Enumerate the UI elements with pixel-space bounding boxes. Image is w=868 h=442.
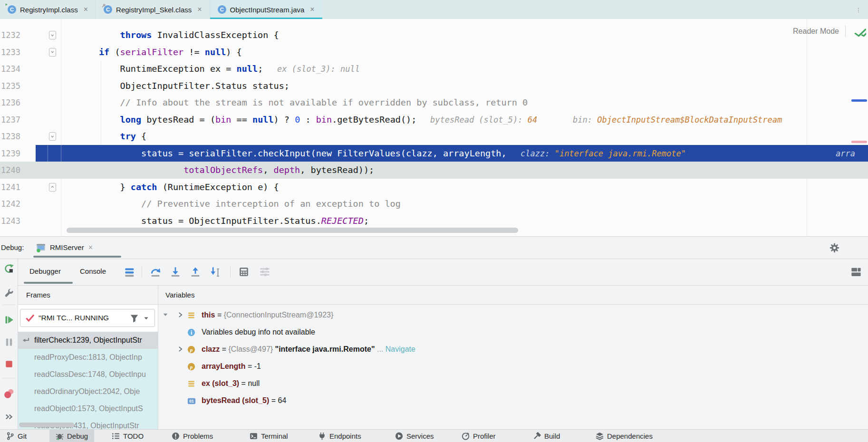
line-number[interactable]: 1236 — [1, 94, 20, 111]
stack-frame-row[interactable]: filterCheck:1239, ObjectInputStr — [18, 332, 158, 349]
endpoints-icon — [318, 432, 326, 440]
horizontal-scrollbar[interactable] — [67, 228, 518, 233]
frames-scrollbar[interactable] — [19, 423, 74, 427]
variable-text: clazz = {Class@497} "interface java.rmi.… — [202, 341, 415, 358]
view-options-icon[interactable] — [260, 267, 270, 277]
frame-label: readProxyDesc:1813, ObjectInp — [34, 353, 142, 361]
line-number[interactable]: 1237 — [1, 111, 20, 128]
fold-down-icon[interactable] — [49, 31, 56, 39]
close-icon[interactable]: × — [88, 243, 93, 252]
class-file-icon: C — [104, 5, 112, 14]
tool-window-button-services[interactable]: Services — [389, 430, 440, 442]
tool-window-label: Problems — [183, 432, 213, 440]
settings-gear-icon[interactable] — [829, 243, 839, 253]
line-number[interactable]: 1240 — [1, 162, 20, 179]
tool-window-label: Build — [544, 432, 560, 440]
tab-debugger[interactable]: Debugger — [29, 259, 61, 284]
filter-funnel-icon[interactable] — [130, 314, 139, 323]
variables-info-row[interactable]: iVariables debug info not available — [158, 324, 868, 341]
kebab-menu-icon[interactable] — [858, 4, 861, 15]
more-chevron-icon[interactable] — [4, 412, 14, 422]
tool-window-button-problems[interactable]: Problems — [165, 430, 219, 442]
step-out-icon[interactable] — [190, 267, 201, 277]
step-over-icon[interactable] — [150, 267, 161, 277]
view-breakpoints-icon[interactable] — [4, 388, 14, 399]
inspections-ok-icon[interactable] — [852, 26, 866, 37]
close-icon[interactable]: × — [197, 5, 202, 14]
tool-window-button-build[interactable]: Build — [527, 430, 566, 442]
tool-window-button-endpoints[interactable]: Endpoints — [312, 430, 367, 442]
code-line-1238[interactable]: 1238 try { — [0, 128, 868, 145]
line-number[interactable]: 1233 — [1, 44, 20, 61]
code-line-1239[interactable]: 1239 status = serialFilter.checkInput(ne… — [0, 145, 868, 162]
svg-text:p: p — [190, 347, 193, 353]
settings-wrench-icon[interactable] — [4, 288, 14, 298]
line-number[interactable]: 1238 — [1, 128, 20, 145]
tool-window-button-debug[interactable]: Debug — [49, 430, 94, 442]
code-text: // Preventive interception of an excepti… — [62, 195, 401, 212]
rerun-icon[interactable] — [4, 264, 14, 274]
line-number[interactable]: 1242 — [1, 195, 20, 212]
variable-text: Variables debug info not available — [202, 324, 315, 341]
variable-row[interactable]: this = {ConnectionInputStream@1923} — [158, 307, 868, 324]
editor-tab-registryimpl-skel-class[interactable]: CRegistryImpl_Skel.class× — [96, 0, 210, 19]
tool-window-button-todo[interactable]: TODO — [106, 430, 150, 442]
variable-row[interactable]: ex (slot_3) = null — [158, 375, 868, 392]
code-line-1240[interactable]: 1240 totalObjectRefs, depth, bytesRead))… — [0, 162, 868, 179]
resume-icon[interactable] — [4, 315, 14, 325]
stack-frame-row[interactable]: readProxyDesc:1813, ObjectInp — [18, 349, 158, 366]
variable-row[interactable]: 01bytesRead (slot_5) = 64 — [158, 392, 868, 409]
navigate-link[interactable]: Navigate — [386, 345, 415, 353]
code-line-1236[interactable]: 1236 // Info about the stream is not ava… — [0, 94, 868, 111]
line-number[interactable]: 1239 — [1, 145, 20, 162]
active-session-underline — [33, 256, 121, 258]
close-icon[interactable]: × — [84, 5, 88, 14]
chevron-down-icon[interactable] — [143, 315, 150, 322]
code-text: ObjectInputFilter.Status status; — [62, 77, 289, 95]
tool-window-button-git[interactable]: Git — [0, 430, 33, 442]
editor-tab-registryimpl-class[interactable]: CRegistryImpl.class× — [0, 0, 96, 19]
line-number[interactable]: 1235 — [1, 77, 20, 95]
code-line-1242[interactable]: 1242 // Preventive interception of an ex… — [0, 195, 868, 212]
code-line-1243[interactable]: 1243 status = ObjectInputFilter.Status.R… — [0, 212, 868, 230]
row-chevron-icon[interactable] — [177, 311, 184, 318]
variable-row[interactable]: parrayLength = -1 — [158, 358, 868, 375]
pause-icon[interactable] — [4, 337, 14, 347]
fold-down-icon[interactable] — [49, 132, 56, 141]
code-line-1233[interactable]: 1233 if (serialFilter != null) { — [0, 44, 868, 61]
line-number[interactable]: 1232 — [1, 27, 20, 44]
editor-tab-objectinputstream-java[interactable]: CObjectInputStream.java× — [210, 0, 322, 19]
stack-frame-row[interactable]: readClassDesc:1748, ObjectInpu — [18, 366, 158, 383]
tool-window-label: TODO — [123, 432, 144, 440]
layout-settings-icon[interactable] — [851, 267, 861, 277]
code-line-1232[interactable]: 1232 throws InvalidClassException { — [0, 27, 868, 44]
tab-console[interactable]: Console — [80, 259, 106, 284]
fold-up-icon[interactable] — [49, 183, 56, 192]
row-chevron-icon[interactable] — [177, 346, 184, 353]
step-into-icon[interactable] — [170, 267, 181, 277]
debug-session-tab[interactable]: RMIServer × — [33, 237, 96, 258]
code-line-1234[interactable]: 1234 RuntimeException ex = null;ex (slot… — [0, 60, 868, 77]
stack-frame-row[interactable]: readObject0:1573, ObjectInputS — [18, 400, 158, 417]
code-line-1235[interactable]: 1235 ObjectInputFilter.Status status; — [0, 77, 868, 95]
close-icon[interactable]: × — [310, 5, 314, 14]
threads-view-icon[interactable] — [125, 267, 135, 277]
fold-down-icon[interactable] — [49, 48, 56, 57]
thread-selector[interactable]: "RMI TC... RUNNING — [20, 309, 155, 327]
line-number[interactable]: 1243 — [1, 212, 20, 230]
line-number[interactable]: 1234 — [1, 60, 20, 77]
tool-window-button-dependencies[interactable]: Dependencies — [589, 430, 659, 442]
stack-frame-row[interactable]: readOrdinaryObject:2042, Obje — [18, 383, 158, 400]
tool-window-button-terminal[interactable]: Terminal — [243, 430, 294, 442]
stop-icon[interactable] — [5, 360, 13, 368]
code-editor[interactable]: 1232 throws InvalidClassException {1233 … — [0, 19, 868, 236]
reader-mode-widget: Reader Mode — [742, 24, 868, 39]
run-to-cursor-icon[interactable] — [210, 267, 221, 277]
evaluate-expression-icon[interactable] — [239, 267, 249, 277]
line-number[interactable]: 1241 — [1, 179, 20, 196]
code-line-1237[interactable]: 1237 long bytesRead = (bin == null) ? 0 … — [0, 111, 868, 128]
frame-label: readObject0:1573, ObjectInputS — [34, 404, 143, 413]
tool-window-button-profiler[interactable]: Profiler — [455, 430, 502, 442]
variable-row[interactable]: pclazz = {Class@497} "interface java.rmi… — [158, 341, 868, 358]
code-line-1241[interactable]: 1241 } catch (RuntimeException e) { — [0, 179, 868, 196]
